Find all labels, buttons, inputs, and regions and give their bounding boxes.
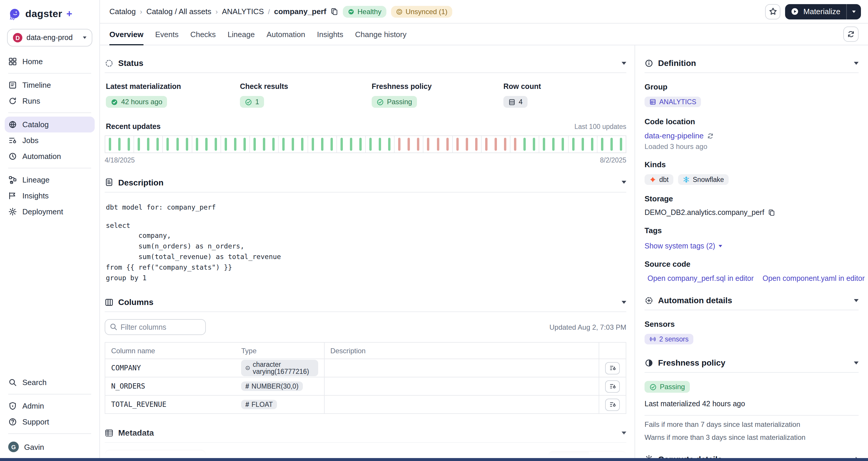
user-menu[interactable]: G Gavin — [0, 437, 99, 456]
update-bar[interactable] — [398, 138, 401, 150]
update-bar[interactable] — [176, 138, 179, 150]
reload-icon[interactable] — [707, 132, 714, 139]
column-lineage-button[interactable] — [605, 362, 620, 374]
update-bar[interactable] — [283, 138, 285, 150]
workspace-selector[interactable]: D data-eng-prod — [7, 29, 92, 47]
update-bar[interactable] — [417, 138, 420, 150]
collapse-caret-icon[interactable] — [854, 61, 859, 64]
update-bar[interactable] — [495, 138, 497, 150]
update-bar[interactable] — [620, 138, 622, 150]
copy-icon[interactable] — [331, 8, 338, 15]
update-bar[interactable] — [225, 138, 227, 150]
columns-section-header[interactable]: Columns — [105, 298, 626, 307]
update-bar[interactable] — [330, 138, 333, 150]
sidebar-item-support[interactable]: Support — [0, 414, 99, 430]
update-bar[interactable] — [437, 138, 439, 150]
update-bar[interactable] — [456, 138, 458, 150]
update-bar[interactable] — [273, 138, 275, 150]
breadcrumb-group[interactable]: ANALYTICS — [222, 7, 264, 16]
update-bar[interactable] — [485, 138, 488, 150]
sidebar-item-admin[interactable]: Admin — [0, 398, 99, 414]
update-bar[interactable] — [465, 138, 468, 150]
materialize-dropdown-button[interactable] — [847, 4, 861, 19]
update-bar[interactable] — [263, 138, 265, 150]
health-status-badge[interactable]: Healthy — [343, 6, 386, 18]
update-bar[interactable] — [543, 138, 546, 150]
tab-change-history[interactable]: Change history — [355, 24, 407, 45]
check-results-pill[interactable]: 1 — [240, 96, 264, 108]
update-bar[interactable] — [562, 138, 564, 150]
sidebar-item-deployment[interactable]: Deployment — [0, 204, 99, 220]
update-bar[interactable] — [611, 138, 613, 150]
update-bar[interactable] — [195, 138, 198, 150]
breadcrumb-catalog[interactable]: Catalog — [110, 7, 136, 16]
update-bar[interactable] — [186, 138, 188, 150]
sidebar-item-timeline[interactable]: Timeline — [0, 77, 99, 93]
update-bar[interactable] — [234, 138, 237, 150]
update-bar[interactable] — [553, 138, 555, 150]
update-bar[interactable] — [523, 138, 526, 150]
breadcrumb-all-assets[interactable]: Catalog / All assets — [147, 7, 211, 16]
status-section-header[interactable]: Status — [105, 58, 626, 68]
definition-section-header[interactable]: Definition — [645, 58, 859, 68]
code-location-link[interactable]: data-eng-pipeline — [645, 131, 704, 140]
update-bar[interactable] — [167, 138, 169, 150]
update-bar[interactable] — [253, 138, 256, 150]
sidebar-item-automation[interactable]: Automation — [0, 148, 99, 164]
description-section-header[interactable]: Description — [105, 177, 626, 187]
copy-icon[interactable] — [768, 209, 775, 216]
tab-checks[interactable]: Checks — [190, 24, 216, 45]
update-bar[interactable] — [138, 138, 140, 150]
materialize-button[interactable]: Materialize — [785, 7, 846, 16]
kind-badge-dbt[interactable]: dbt — [645, 174, 673, 185]
update-bar[interactable] — [388, 138, 391, 150]
sidebar-item-lineage[interactable]: Lineage — [0, 172, 99, 188]
sidebar-item-insights[interactable]: Insights — [0, 188, 99, 204]
logo[interactable]: dagster + — [0, 0, 99, 24]
freshness-policy-section-header[interactable]: Freshness policy — [645, 358, 859, 367]
update-bar[interactable] — [244, 138, 246, 150]
open-yaml-link[interactable]: Open component.yaml in editor — [763, 275, 865, 283]
column-lineage-button[interactable] — [605, 399, 620, 411]
update-bar[interactable] — [311, 138, 314, 150]
automation-details-section-header[interactable]: Automation details — [645, 295, 859, 305]
sidebar-item-runs[interactable]: Runs — [0, 93, 99, 109]
collapse-caret-icon[interactable] — [854, 361, 859, 364]
sidebar-item-search[interactable]: Search — [0, 374, 99, 390]
update-bar[interactable] — [475, 138, 477, 150]
update-bar[interactable] — [369, 138, 372, 150]
collapse-caret-icon[interactable] — [854, 299, 859, 302]
update-bar[interactable] — [118, 138, 121, 150]
update-bar[interactable] — [427, 138, 430, 150]
group-badge[interactable]: ANALYTICS — [645, 96, 701, 107]
tab-overview[interactable]: Overview — [110, 24, 144, 45]
update-bar[interactable] — [301, 138, 304, 150]
column-lineage-button[interactable] — [605, 380, 620, 393]
sidebar-item-jobs[interactable]: Jobs — [0, 133, 99, 148]
sensors-badge[interactable]: 2 sensors — [645, 334, 693, 344]
tab-insights[interactable]: Insights — [317, 24, 343, 45]
favorite-button[interactable] — [765, 4, 780, 19]
metadata-section-header[interactable]: Metadata — [105, 428, 626, 438]
update-bar[interactable] — [446, 138, 448, 150]
kind-badge-snowflake[interactable]: Snowflake — [678, 174, 728, 185]
breadcrumb-asset-name[interactable]: company_perf — [274, 7, 327, 16]
update-bar[interactable] — [591, 138, 593, 150]
collapse-caret-icon[interactable] — [622, 181, 626, 184]
tab-lineage[interactable]: Lineage — [227, 24, 255, 45]
collapse-caret-icon[interactable] — [622, 432, 626, 434]
update-bar[interactable] — [147, 138, 150, 150]
collapse-caret-icon[interactable] — [622, 61, 626, 64]
update-bar[interactable] — [292, 138, 294, 150]
update-bar[interactable] — [321, 138, 323, 150]
update-bar[interactable] — [408, 138, 410, 150]
freshness-policy-pill[interactable]: Passing — [372, 96, 417, 108]
update-bar[interactable] — [341, 138, 343, 150]
update-bar[interactable] — [581, 138, 584, 150]
latest-materialization-pill[interactable]: 42 hours ago — [106, 96, 167, 108]
refresh-button[interactable] — [843, 27, 859, 42]
unsynced-badge[interactable]: Unsynced (1) — [391, 6, 452, 18]
update-bar[interactable] — [572, 138, 574, 150]
update-bar[interactable] — [601, 138, 603, 150]
update-bar[interactable] — [359, 138, 362, 150]
